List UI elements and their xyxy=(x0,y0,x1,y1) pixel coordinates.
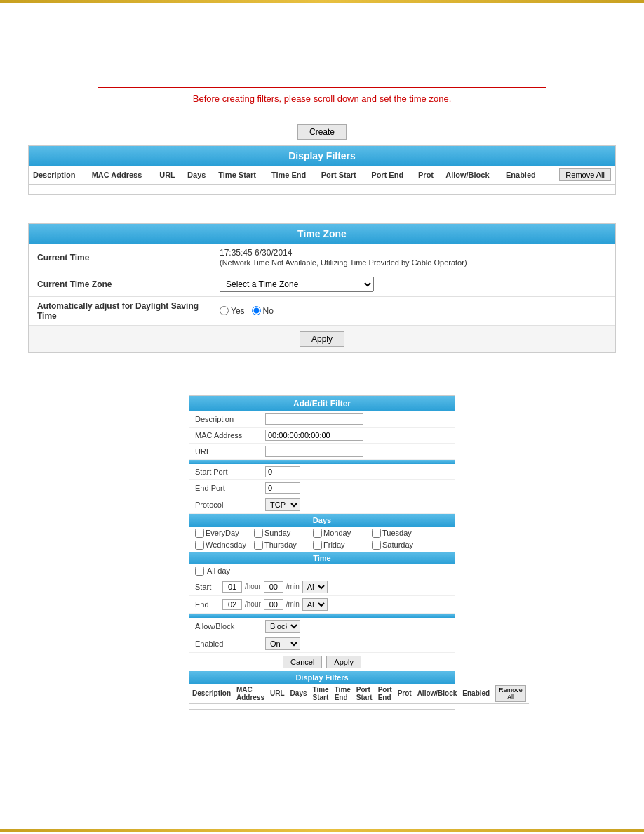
all-day-label: All day xyxy=(207,567,230,575)
daylight-yes-label[interactable]: Yes xyxy=(220,306,245,316)
bottom-spacer xyxy=(0,731,644,815)
mac-label: MAC Address xyxy=(195,431,265,439)
s-col-prot: Prot xyxy=(395,684,415,704)
s-col-pe: Port End xyxy=(375,684,395,704)
protocol-row: Protocol TCP UDP Both xyxy=(189,496,455,514)
col-port-start: Port Start xyxy=(317,166,368,185)
daylight-no-radio[interactable] xyxy=(252,306,261,315)
day-everyday-checkbox[interactable] xyxy=(195,529,204,538)
display-filters-header: Display Filters xyxy=(29,146,615,166)
current-time-value: 17:35:45 6/30/2014 (Network Time Not Ava… xyxy=(220,248,607,267)
s-col-ps: Port Start xyxy=(354,684,375,704)
current-tz-row: Current Time Zone Select a Time Zone xyxy=(29,272,615,297)
s-col-mac: MAC Address xyxy=(234,684,267,704)
daylight-no-label[interactable]: No xyxy=(252,306,274,316)
day-saturday: Saturday xyxy=(372,541,428,550)
description-label: Description xyxy=(195,415,265,423)
enabled-label: Enabled xyxy=(195,640,265,648)
day-thursday-checkbox[interactable] xyxy=(254,541,263,550)
end-hour-input[interactable] xyxy=(222,599,242,610)
col-time-start: Time Start xyxy=(214,166,267,185)
start-hour-input[interactable] xyxy=(222,581,242,593)
end-port-label: End Port xyxy=(195,484,265,492)
spacer1 xyxy=(28,209,616,223)
day-saturday-checkbox[interactable] xyxy=(372,541,381,550)
col-port-end: Port End xyxy=(367,166,414,185)
page-wrapper: Before creating filters, please scroll d… xyxy=(0,0,644,834)
warning-box: Before creating filters, please scroll d… xyxy=(98,87,546,110)
time-zone-section: Time Zone Current Time 17:35:45 6/30/201… xyxy=(28,223,616,353)
mac-input[interactable] xyxy=(265,430,363,441)
warning-text: Before creating filters, please scroll d… xyxy=(193,93,452,104)
start-min-input[interactable] xyxy=(264,581,283,593)
start-port-input[interactable] xyxy=(265,466,300,477)
add-edit-filter-section: Add/Edit Filter Description MAC Address … xyxy=(189,395,455,710)
day-tuesday-checkbox[interactable] xyxy=(372,529,381,538)
daylight-value: Yes No xyxy=(220,306,607,316)
small-display-filters-header: Display Filters xyxy=(189,671,455,684)
day-wednesday-checkbox[interactable] xyxy=(195,541,204,550)
enabled-select[interactable]: On Off xyxy=(265,637,300,650)
add-edit-filter-header: Add/Edit Filter xyxy=(189,396,455,411)
end-port-input[interactable] xyxy=(265,482,300,494)
all-day-checkbox[interactable] xyxy=(195,567,204,576)
day-friday: Friday xyxy=(313,541,369,550)
bottom-border xyxy=(0,829,644,832)
day-thursday: Thursday xyxy=(254,541,310,550)
day-sunday-checkbox[interactable] xyxy=(254,529,263,538)
end-ampm-select[interactable]: AM PM xyxy=(302,598,328,611)
create-button[interactable]: Create xyxy=(297,124,347,140)
enabled-row: Enabled On Off xyxy=(189,635,455,653)
allow-block-label: Allow/Block xyxy=(195,622,265,630)
col-url: URL xyxy=(155,166,183,185)
protocol-select[interactable]: TCP UDP Both xyxy=(265,498,300,511)
filter-apply-button[interactable]: Apply xyxy=(326,656,361,668)
start-time-label: Start xyxy=(195,583,220,591)
small-remove-all-button[interactable]: Remove All xyxy=(495,685,526,702)
end-min-input[interactable] xyxy=(264,599,283,610)
mac-row: MAC Address xyxy=(189,428,455,444)
daylight-row: Automatically adjust for Daylight Saving… xyxy=(29,297,615,326)
day-tuesday: Tuesday xyxy=(372,529,428,538)
days-header: Days xyxy=(189,514,455,527)
s-col-days: Days xyxy=(288,684,310,704)
current-time-row: Current Time 17:35:45 6/30/2014 (Network… xyxy=(29,244,615,272)
col-allow-block: Allow/Block xyxy=(441,166,502,185)
all-day-row: All day xyxy=(189,564,455,578)
display-filters-table: Description MAC Address URL Days Time St… xyxy=(29,166,615,194)
filter-cancel-button[interactable]: Cancel xyxy=(283,656,322,668)
s-col-url: URL xyxy=(267,684,288,704)
allow-block-select[interactable]: Block Allow xyxy=(265,620,300,633)
days-row: EveryDay Sunday Monday Tuesday Wednesday xyxy=(189,527,455,552)
daylight-label: Automatically adjust for Daylight Saving… xyxy=(37,301,220,321)
remove-all-button[interactable]: Remove All xyxy=(559,168,611,181)
start-min-unit: /min xyxy=(286,583,300,590)
description-input[interactable] xyxy=(265,413,363,425)
tz-apply-button[interactable]: Apply xyxy=(300,331,344,347)
daylight-yes-radio[interactable] xyxy=(220,306,229,315)
s-col-ts: Time Start xyxy=(310,684,332,704)
time-header: Time xyxy=(189,552,455,564)
spacer2 xyxy=(28,367,616,395)
time-zone-header: Time Zone xyxy=(29,224,615,244)
top-spacer xyxy=(0,17,644,59)
end-time-label: End xyxy=(195,600,220,609)
col-enabled: Enabled xyxy=(502,166,546,185)
top-border xyxy=(0,0,644,3)
content-area: Before creating filters, please scroll d… xyxy=(0,59,644,731)
description-row: Description xyxy=(189,411,455,428)
end-hour-unit: /hour xyxy=(245,600,261,608)
day-monday: Monday xyxy=(313,529,369,538)
filter-buttons-row: Cancel Apply xyxy=(189,653,455,671)
tz-select[interactable]: Select a Time Zone xyxy=(220,277,374,292)
col-prot: Prot xyxy=(414,166,441,185)
start-ampm-select[interactable]: AM PM xyxy=(302,581,328,593)
create-btn-row: Create xyxy=(28,124,616,140)
day-monday-checkbox[interactable] xyxy=(313,529,322,538)
start-time-row: Start /hour /min AM PM xyxy=(189,578,455,596)
day-friday-checkbox[interactable] xyxy=(313,541,322,550)
s-col-enabled: Enabled xyxy=(459,684,492,704)
url-input[interactable] xyxy=(265,446,363,457)
s-col-ab: Allow/Block xyxy=(415,684,460,704)
protocol-label: Protocol xyxy=(195,501,265,509)
